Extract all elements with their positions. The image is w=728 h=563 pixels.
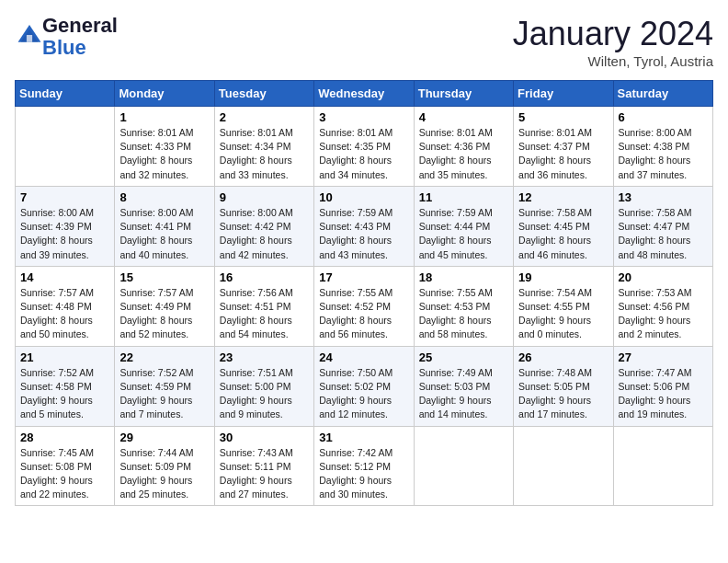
day-detail: Sunrise: 7:57 AMSunset: 4:49 PMDaylight:… xyxy=(119,287,193,340)
calendar-cell: 30 Sunrise: 7:43 AMSunset: 5:11 PMDaylig… xyxy=(214,426,313,506)
day-number: 26 xyxy=(518,350,608,364)
day-number: 13 xyxy=(619,190,708,204)
weekday-header-row: SundayMondayTuesdayWednesdayThursdayFrid… xyxy=(16,81,713,107)
day-detail: Sunrise: 8:01 AMSunset: 4:33 PMDaylight:… xyxy=(119,127,193,180)
day-detail: Sunrise: 7:49 AMSunset: 5:03 PMDaylight:… xyxy=(419,367,493,420)
day-detail: Sunrise: 7:42 AMSunset: 5:12 PMDaylight:… xyxy=(319,447,392,500)
calendar-cell: 26 Sunrise: 7:48 AMSunset: 5:05 PMDaylig… xyxy=(514,346,613,426)
calendar-cell xyxy=(514,426,613,506)
day-number: 8 xyxy=(119,190,209,204)
calendar-cell: 9 Sunrise: 8:00 AMSunset: 4:42 PMDayligh… xyxy=(214,186,313,266)
calendar-cell: 2 Sunrise: 8:01 AMSunset: 4:34 PMDayligh… xyxy=(214,107,313,187)
calendar-cell: 1 Sunrise: 8:01 AMSunset: 4:33 PMDayligh… xyxy=(115,107,214,187)
weekday-header-cell: Tuesday xyxy=(214,81,313,107)
location: Wilten, Tyrol, Austria xyxy=(513,53,713,69)
calendar-cell: 21 Sunrise: 7:52 AMSunset: 4:58 PMDaylig… xyxy=(16,346,115,426)
day-number: 24 xyxy=(319,350,408,364)
day-detail: Sunrise: 8:01 AMSunset: 4:36 PMDaylight:… xyxy=(419,127,493,180)
day-number: 9 xyxy=(220,190,309,204)
day-number: 23 xyxy=(220,350,309,364)
day-detail: Sunrise: 7:51 AMSunset: 5:00 PMDaylight:… xyxy=(220,367,293,420)
calendar-cell: 29 Sunrise: 7:44 AMSunset: 5:09 PMDaylig… xyxy=(115,426,214,506)
day-detail: Sunrise: 7:55 AMSunset: 4:53 PMDaylight:… xyxy=(419,287,493,340)
logo-icon xyxy=(17,22,42,48)
day-number: 15 xyxy=(119,270,209,284)
calendar-week-row: 21 Sunrise: 7:52 AMSunset: 4:58 PMDaylig… xyxy=(16,346,713,426)
day-number: 22 xyxy=(119,350,209,364)
day-number: 3 xyxy=(319,110,408,124)
calendar-cell: 10 Sunrise: 7:59 AMSunset: 4:43 PMDaylig… xyxy=(314,186,414,266)
day-number: 4 xyxy=(419,110,508,124)
calendar-cell: 5 Sunrise: 8:01 AMSunset: 4:37 PMDayligh… xyxy=(514,107,613,187)
day-number: 17 xyxy=(319,270,408,284)
day-detail: Sunrise: 7:59 AMSunset: 4:43 PMDaylight:… xyxy=(319,207,392,260)
day-number: 18 xyxy=(419,270,508,284)
calendar-cell: 17 Sunrise: 7:55 AMSunset: 4:52 PMDaylig… xyxy=(314,266,414,346)
weekday-header-cell: Monday xyxy=(115,81,214,107)
day-detail: Sunrise: 7:58 AMSunset: 4:45 PMDaylight:… xyxy=(518,207,592,260)
calendar-cell xyxy=(16,107,115,187)
day-number: 5 xyxy=(518,110,608,124)
calendar-cell: 14 Sunrise: 7:57 AMSunset: 4:48 PMDaylig… xyxy=(16,266,115,346)
day-detail: Sunrise: 7:43 AMSunset: 5:11 PMDaylight:… xyxy=(220,447,293,500)
day-detail: Sunrise: 7:47 AMSunset: 5:06 PMDaylight:… xyxy=(619,367,692,420)
day-number: 10 xyxy=(319,190,408,204)
calendar-cell: 3 Sunrise: 8:01 AMSunset: 4:35 PMDayligh… xyxy=(314,107,414,187)
day-number: 16 xyxy=(220,270,309,284)
calendar-body: 1 Sunrise: 8:01 AMSunset: 4:33 PMDayligh… xyxy=(16,107,713,506)
calendar-cell: 15 Sunrise: 7:57 AMSunset: 4:49 PMDaylig… xyxy=(115,266,214,346)
day-detail: Sunrise: 8:01 AMSunset: 4:35 PMDaylight:… xyxy=(319,127,392,180)
day-detail: Sunrise: 7:58 AMSunset: 4:47 PMDaylight:… xyxy=(619,207,692,260)
day-number: 28 xyxy=(20,431,109,444)
day-detail: Sunrise: 8:01 AMSunset: 4:37 PMDaylight:… xyxy=(518,127,592,180)
day-detail: Sunrise: 7:50 AMSunset: 5:02 PMDaylight:… xyxy=(319,367,392,420)
day-number: 11 xyxy=(419,190,508,204)
calendar-cell: 11 Sunrise: 7:59 AMSunset: 4:44 PMDaylig… xyxy=(414,186,513,266)
day-detail: Sunrise: 8:00 AMSunset: 4:41 PMDaylight:… xyxy=(119,207,193,260)
calendar-cell: 22 Sunrise: 7:52 AMSunset: 4:59 PMDaylig… xyxy=(115,346,214,426)
day-detail: Sunrise: 7:52 AMSunset: 4:58 PMDaylight:… xyxy=(20,367,94,420)
weekday-header-cell: Wednesday xyxy=(314,81,414,107)
logo-general: General xyxy=(42,15,118,37)
weekday-header-cell: Sunday xyxy=(16,81,115,107)
day-number: 30 xyxy=(220,431,309,444)
svg-rect-2 xyxy=(27,35,32,42)
weekday-header-cell: Friday xyxy=(514,81,613,107)
calendar-cell: 8 Sunrise: 8:00 AMSunset: 4:41 PMDayligh… xyxy=(115,186,214,266)
day-detail: Sunrise: 7:56 AMSunset: 4:51 PMDaylight:… xyxy=(220,287,293,340)
calendar-week-row: 14 Sunrise: 7:57 AMSunset: 4:48 PMDaylig… xyxy=(16,266,713,346)
day-detail: Sunrise: 7:54 AMSunset: 4:55 PMDaylight:… xyxy=(518,287,592,340)
calendar-cell: 23 Sunrise: 7:51 AMSunset: 5:00 PMDaylig… xyxy=(214,346,313,426)
calendar-cell: 4 Sunrise: 8:01 AMSunset: 4:36 PMDayligh… xyxy=(414,107,513,187)
calendar-cell: 31 Sunrise: 7:42 AMSunset: 5:12 PMDaylig… xyxy=(314,426,414,506)
calendar-cell: 13 Sunrise: 7:58 AMSunset: 4:47 PMDaylig… xyxy=(613,186,712,266)
day-detail: Sunrise: 8:01 AMSunset: 4:34 PMDaylight:… xyxy=(220,127,293,180)
day-detail: Sunrise: 7:44 AMSunset: 5:09 PMDaylight:… xyxy=(119,447,193,500)
title-block: January 2024 Wilten, Tyrol, Austria xyxy=(513,15,713,69)
day-number: 1 xyxy=(119,110,209,124)
calendar-week-row: 7 Sunrise: 8:00 AMSunset: 4:39 PMDayligh… xyxy=(16,186,713,266)
day-detail: Sunrise: 7:55 AMSunset: 4:52 PMDaylight:… xyxy=(319,287,392,340)
day-number: 21 xyxy=(20,350,109,364)
day-detail: Sunrise: 8:00 AMSunset: 4:38 PMDaylight:… xyxy=(619,127,692,180)
page-header: General Blue January 2024 Wilten, Tyrol,… xyxy=(15,15,713,69)
day-detail: Sunrise: 8:00 AMSunset: 4:42 PMDaylight:… xyxy=(220,207,293,260)
day-detail: Sunrise: 7:52 AMSunset: 4:59 PMDaylight:… xyxy=(119,367,193,420)
calendar-cell: 27 Sunrise: 7:47 AMSunset: 5:06 PMDaylig… xyxy=(613,346,712,426)
day-number: 6 xyxy=(619,110,708,124)
calendar-cell: 12 Sunrise: 7:58 AMSunset: 4:45 PMDaylig… xyxy=(514,186,613,266)
month-title: January 2024 xyxy=(513,15,713,53)
calendar-cell xyxy=(613,426,712,506)
calendar-cell: 16 Sunrise: 7:56 AMSunset: 4:51 PMDaylig… xyxy=(214,266,313,346)
day-number: 2 xyxy=(220,110,309,124)
day-detail: Sunrise: 7:53 AMSunset: 4:56 PMDaylight:… xyxy=(619,287,692,340)
calendar-cell: 7 Sunrise: 8:00 AMSunset: 4:39 PMDayligh… xyxy=(16,186,115,266)
day-number: 12 xyxy=(518,190,608,204)
day-number: 20 xyxy=(619,270,708,284)
calendar-cell: 19 Sunrise: 7:54 AMSunset: 4:55 PMDaylig… xyxy=(514,266,613,346)
calendar-cell: 18 Sunrise: 7:55 AMSunset: 4:53 PMDaylig… xyxy=(414,266,513,346)
logo: General Blue xyxy=(15,15,118,59)
day-detail: Sunrise: 8:00 AMSunset: 4:39 PMDaylight:… xyxy=(20,207,94,260)
day-number: 27 xyxy=(619,350,708,364)
calendar-cell: 25 Sunrise: 7:49 AMSunset: 5:03 PMDaylig… xyxy=(414,346,513,426)
